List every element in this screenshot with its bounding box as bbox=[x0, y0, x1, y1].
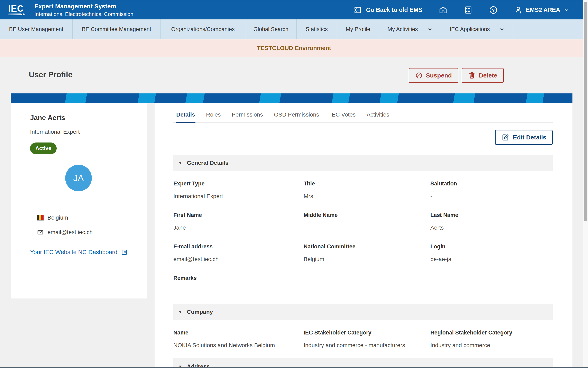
tab-iec-votes[interactable]: IEC Votes bbox=[330, 109, 356, 122]
edit-details-button[interactable]: Edit Details bbox=[495, 130, 553, 145]
general-details-fields: Expert Type International Expert Title M… bbox=[173, 181, 553, 294]
field-value: Industry and commerce - manufacturers bbox=[303, 342, 430, 349]
field-value: - bbox=[430, 193, 553, 200]
company-fields: Name NOKIA Solutions and Networks Belgiu… bbox=[173, 330, 553, 349]
go-back-to-old-ems-link[interactable]: Go Back to old EMS bbox=[353, 6, 423, 15]
edit-details-label: Edit Details bbox=[513, 134, 546, 141]
field-remarks: Remarks - bbox=[173, 275, 303, 294]
profile-tabs: Details Roles Permissions OSD Permission… bbox=[173, 103, 553, 123]
trash-icon bbox=[468, 72, 476, 79]
field-label: Name bbox=[173, 330, 303, 336]
nav-item-label: My Profile bbox=[346, 26, 370, 33]
avatar: JA bbox=[65, 165, 92, 191]
status-badge: Active bbox=[30, 142, 57, 154]
nav-item-iec-applications[interactable]: IEC Applications bbox=[441, 19, 513, 39]
field-value: Aerts bbox=[430, 224, 553, 231]
suspend-button-label: Suspend bbox=[426, 72, 452, 79]
field-value: email@test.iec.ch bbox=[173, 256, 303, 263]
environment-banner-text: TESTCLOUD Environment bbox=[257, 45, 331, 52]
field-label: E-mail address bbox=[173, 243, 303, 250]
profile-details-card: Details Roles Permissions OSD Permission… bbox=[155, 103, 572, 368]
chevron-down-icon bbox=[563, 7, 570, 13]
email-row: email@test.iec.ch bbox=[37, 229, 147, 236]
nav-item-my-activities[interactable]: My Activities bbox=[379, 19, 441, 39]
field-label: Remarks bbox=[173, 275, 303, 281]
profile-action-buttons: Suspend Delete bbox=[409, 68, 504, 83]
external-link-icon bbox=[121, 249, 128, 256]
home-icon[interactable] bbox=[438, 5, 448, 15]
suspend-button[interactable]: Suspend bbox=[409, 68, 458, 83]
field-label: Last Name bbox=[430, 212, 553, 218]
field-national-committee: National Committee Belgium bbox=[303, 243, 430, 263]
nav-item-label: Organizations/Companies bbox=[171, 26, 235, 33]
section-address[interactable]: ▼ Address bbox=[173, 359, 553, 368]
app-header: IEC Expert Management System Internation… bbox=[0, 0, 588, 19]
field-value: Belgium bbox=[303, 256, 430, 263]
iec-logo-dot bbox=[23, 13, 25, 15]
nav-item-statistics[interactable]: Statistics bbox=[297, 19, 337, 39]
field-label: IEC Stakeholder Category bbox=[303, 330, 430, 336]
page-title: User Profile bbox=[29, 70, 72, 79]
delete-button-label: Delete bbox=[479, 72, 497, 79]
field-value: - bbox=[303, 224, 430, 231]
field-regional-stakeholder-category: Regional Stakeholder Category Industry a… bbox=[430, 330, 553, 349]
user-icon bbox=[514, 6, 523, 14]
user-menu-label: EMS2 AREA bbox=[526, 7, 560, 13]
chevron-down-icon bbox=[499, 27, 505, 32]
field-value: be-ae-ja bbox=[430, 256, 553, 263]
tab-osd-permissions[interactable]: OSD Permissions bbox=[274, 109, 320, 122]
nav-item-be-committee-management[interactable]: BE Committee Management bbox=[73, 19, 161, 39]
svg-text:?: ? bbox=[492, 8, 495, 12]
vertical-scrollbar[interactable] bbox=[583, 0, 588, 368]
field-value: - bbox=[173, 287, 303, 294]
nav-item-organizations-companies[interactable]: Organizations/Companies bbox=[161, 19, 245, 39]
field-label: National Committee bbox=[303, 243, 430, 250]
iec-logo-text: IEC bbox=[8, 4, 26, 13]
field-last-name: Last Name Aerts bbox=[430, 212, 553, 231]
nc-dashboard-link[interactable]: Your IEC Website NC Dashboard bbox=[30, 249, 128, 256]
tab-permissions[interactable]: Permissions bbox=[231, 109, 263, 122]
field-label: Title bbox=[303, 181, 430, 187]
help-icon[interactable]: ? bbox=[489, 5, 498, 15]
person-name: Jane Aerts bbox=[30, 114, 147, 122]
field-label: Salutation bbox=[430, 181, 553, 187]
app-subtitle: International Electrotechnical Commissio… bbox=[34, 11, 133, 18]
tab-details[interactable]: Details bbox=[176, 109, 195, 123]
collapse-triangle-icon: ▼ bbox=[178, 310, 182, 314]
scrollbar-thumb[interactable] bbox=[584, 2, 587, 221]
field-label: First Name bbox=[173, 212, 303, 218]
notes-list-icon[interactable] bbox=[464, 6, 473, 15]
section-title: Company bbox=[187, 309, 213, 315]
main-nav: BE User Management BE Committee Manageme… bbox=[0, 19, 588, 39]
email-value: email@test.iec.ch bbox=[47, 229, 93, 236]
nav-item-label: My Activities bbox=[387, 26, 418, 33]
country-label: Belgium bbox=[47, 214, 68, 221]
user-account-menu[interactable]: EMS2 AREA bbox=[514, 6, 570, 14]
nav-item-label: BE Committee Management bbox=[82, 26, 151, 33]
nav-item-my-profile[interactable]: My Profile bbox=[337, 19, 379, 39]
app-title: Expert Management System bbox=[34, 2, 133, 10]
collapse-triangle-icon: ▼ bbox=[178, 161, 182, 166]
person-expert-type: International Expert bbox=[30, 129, 147, 135]
field-label: Middle Name bbox=[303, 212, 430, 218]
field-email-address: E-mail address email@test.iec.ch bbox=[173, 243, 303, 263]
tab-activities[interactable]: Activities bbox=[366, 109, 389, 122]
field-label: Regional Stakeholder Category bbox=[430, 330, 553, 336]
field-value: International Expert bbox=[173, 193, 303, 200]
country-row: Belgium bbox=[37, 214, 147, 221]
chevron-down-icon bbox=[427, 27, 433, 32]
field-title: Title Mrs bbox=[303, 181, 430, 200]
nav-item-be-user-management[interactable]: BE User Management bbox=[0, 19, 73, 39]
section-company[interactable]: ▼ Company bbox=[173, 304, 553, 320]
section-general-details[interactable]: ▼ General Details bbox=[173, 155, 553, 171]
tab-roles[interactable]: Roles bbox=[206, 109, 221, 122]
nav-item-label: Global Search bbox=[253, 26, 288, 33]
delete-button[interactable]: Delete bbox=[462, 68, 504, 83]
decorative-stripe bbox=[11, 93, 572, 103]
field-company-name: Name NOKIA Solutions and Networks Belgiu… bbox=[173, 330, 303, 349]
field-middle-name: Middle Name - bbox=[303, 212, 430, 231]
field-login: Login be-ae-ja bbox=[430, 243, 553, 263]
nav-item-global-search[interactable]: Global Search bbox=[245, 19, 297, 39]
field-value: NOKIA Solutions and Networks Belgium bbox=[173, 342, 303, 349]
nav-item-label: Statistics bbox=[306, 26, 328, 33]
